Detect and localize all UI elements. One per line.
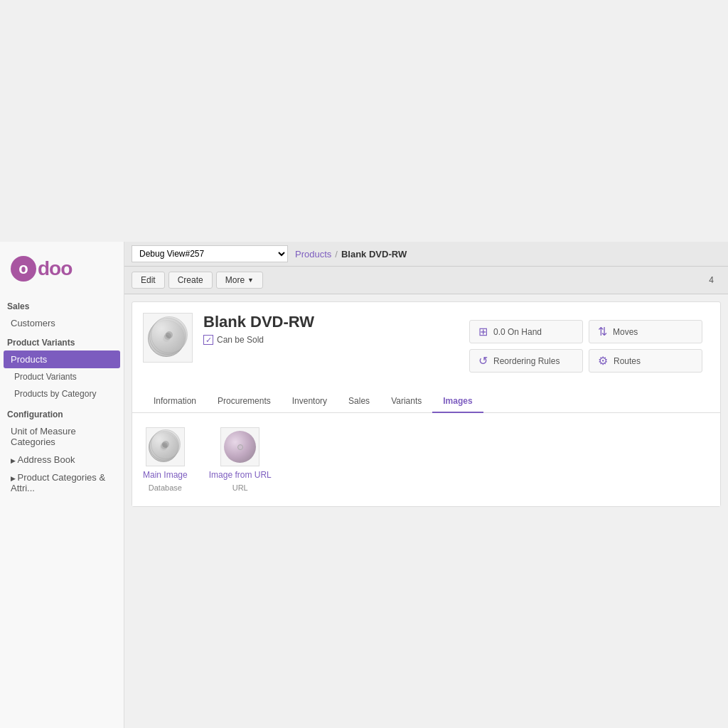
logo-circle: o — [11, 256, 36, 282]
configuration-section-label: Configuration — [0, 402, 124, 422]
can-be-sold-checkbox[interactable]: ✓ — [203, 335, 213, 345]
can-be-sold-field: ✓ Can be Sold — [203, 335, 451, 345]
moves-button[interactable]: ⇅ Moves — [589, 320, 702, 343]
breadcrumb-current: Blank DVD-RW — [341, 249, 407, 259]
logo-text: doo — [38, 257, 72, 280]
main-dvd-disc-1 — [151, 429, 181, 459]
breadcrumb-separator: / — [335, 249, 338, 259]
can-be-sold-label: Can be Sold — [217, 335, 264, 345]
more-button[interactable]: More — [216, 272, 263, 289]
routes-button[interactable]: ⚙ Routes — [589, 349, 702, 373]
on-hand-icon: ⊞ — [478, 325, 488, 338]
url-image-type: URL — [232, 483, 248, 492]
url-image-item[interactable]: Image from URL URL — [209, 427, 272, 492]
product-variants-section-label: Product Variants — [0, 332, 124, 350]
odoo-logo: o doo — [11, 256, 113, 282]
routes-icon: ⚙ — [598, 354, 608, 368]
main-image-item[interactable]: Main Image Database — [143, 427, 188, 492]
logo-letter: o — [18, 259, 28, 278]
main-image-type: Database — [149, 483, 182, 492]
sidebar-item-products-by-category[interactable]: Products by Category — [0, 385, 124, 402]
product-form: Blank DVD-RW ✓ Can be Sold ⊞ 0.0 On Hand… — [132, 301, 721, 507]
moves-label: Moves — [613, 327, 638, 337]
breadcrumb: Products / Blank DVD-RW — [291, 249, 410, 259]
toolbar: Edit Create More 4 — [124, 267, 728, 294]
product-header: Blank DVD-RW ✓ Can be Sold ⊞ 0.0 On Hand… — [132, 302, 720, 390]
main-content: Debug View#257 Debug View#256 Debug View… — [124, 242, 728, 728]
sales-section-label: Sales — [0, 296, 124, 314]
product-title-area: Blank DVD-RW ✓ Can be Sold — [203, 313, 451, 345]
logo-area: o doo — [0, 249, 124, 296]
on-hand-button[interactable]: ⊞ 0.0 On Hand — [469, 320, 583, 343]
sidebar-item-product-categories[interactable]: Product Categories & Attri... — [0, 469, 124, 497]
url-image-thumb — [220, 427, 259, 466]
main-dvd-hole-1 — [162, 441, 169, 448]
app-wrapper: o doo Sales Customers Product Variants P… — [0, 242, 728, 728]
reordering-rules-label: Reordering Rules — [493, 356, 560, 366]
tab-variants[interactable]: Variants — [380, 390, 432, 413]
main-image-dvd — [147, 429, 183, 465]
dvd-disc-1 — [151, 316, 188, 353]
dvd-stack-image — [146, 316, 189, 359]
sidebar-item-products[interactable]: Products — [4, 350, 120, 368]
edit-button[interactable]: Edit — [132, 272, 165, 289]
reordering-rules-button[interactable]: ↺ Reordering Rules — [469, 349, 583, 373]
main-image-thumb — [146, 427, 185, 466]
tab-information[interactable]: Information — [143, 390, 207, 413]
top-empty-area — [0, 0, 728, 242]
debug-view-select[interactable]: Debug View#257 Debug View#256 Debug View… — [132, 245, 288, 262]
url-image-label: Image from URL — [209, 470, 272, 480]
tab-inventory[interactable]: Inventory — [282, 390, 338, 413]
breadcrumb-products-link[interactable]: Products — [295, 249, 331, 259]
dvd-hole-1 — [166, 331, 173, 338]
sidebar-item-customers[interactable]: Customers — [0, 314, 124, 332]
page-number: 4 — [702, 271, 721, 289]
sidebar-item-address-book[interactable]: Address Book — [0, 451, 124, 469]
product-image[interactable] — [143, 313, 193, 363]
tab-procurements[interactable]: Procurements — [207, 390, 282, 413]
product-stats: ⊞ 0.0 On Hand ⇅ Moves ↺ Reordering Rules — [462, 313, 710, 380]
tab-images[interactable]: Images — [432, 390, 483, 413]
reordering-rules-icon: ↺ — [478, 354, 488, 368]
product-tabs: Information Procurements Inventory Sales… — [132, 390, 720, 413]
url-image-dvd — [224, 431, 256, 463]
tab-sales[interactable]: Sales — [338, 390, 380, 413]
sidebar: o doo Sales Customers Product Variants P… — [0, 242, 124, 728]
images-content: Main Image Database Image from URL URL — [132, 413, 720, 506]
on-hand-value: 0.0 On Hand — [493, 327, 542, 337]
routes-label: Routes — [614, 356, 641, 366]
main-image-label: Main Image — [143, 470, 188, 480]
moves-icon: ⇅ — [598, 325, 607, 338]
product-name: Blank DVD-RW — [203, 313, 451, 331]
sidebar-item-unit-of-measure[interactable]: Unit of Measure Categories — [0, 422, 124, 451]
create-button[interactable]: Create — [168, 272, 213, 289]
url-dvd-hole — [237, 444, 243, 450]
sidebar-item-product-variants[interactable]: Product Variants — [0, 368, 124, 385]
debug-bar: Debug View#257 Debug View#256 Debug View… — [124, 242, 728, 267]
